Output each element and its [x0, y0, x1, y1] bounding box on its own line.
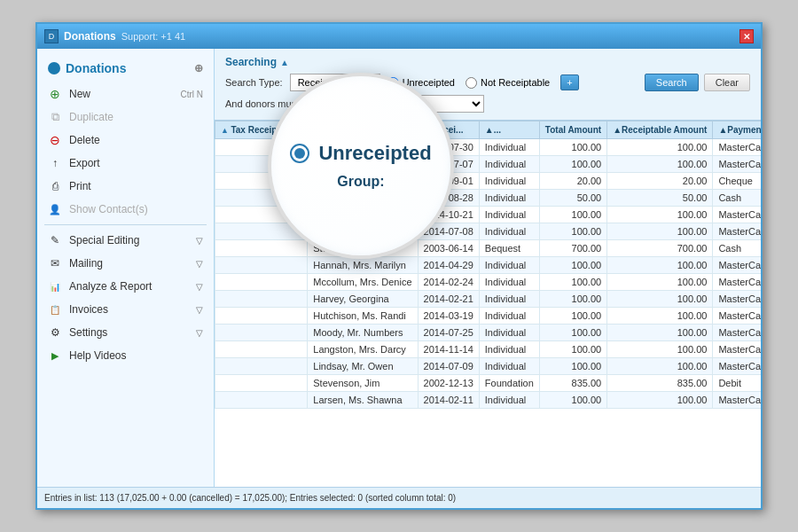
cell-receiptable: 100.00 [607, 139, 713, 156]
sidebar-item-export[interactable]: ↑ Export [37, 152, 214, 175]
magnifier-radio-inner [294, 148, 305, 159]
sidebar: Donations ⊕ ⊕ New Ctrl N ⧉ Duplicate ⊖ D… [37, 49, 215, 487]
arrow-icon-4: ▽ [196, 305, 203, 315]
table-row[interactable]: Mccollum, Mrs. Denice 2014-02-24 Individ… [215, 274, 762, 291]
cell-total-amount: 100.00 [539, 223, 606, 240]
cell-receiptable: 100.00 [607, 325, 713, 341]
cell-tax-receipt [215, 240, 308, 257]
search-button[interactable]: Search [645, 74, 699, 91]
cell-type: Individual [479, 291, 539, 308]
cell-receiptable: 100.00 [607, 257, 713, 274]
table-row[interactable]: Hannah, Mrs. Marilyn 2014-04-29 Individu… [215, 257, 762, 274]
cell-payment-type: MasterCard [713, 291, 761, 308]
table-row[interactable]: Hutchison, Ms. Randi 2014-03-19 Individu… [215, 308, 762, 325]
table-row[interactable]: Larsen, Ms. Shawna 2014-02-11 Individual… [215, 392, 762, 409]
cell-receipt-date: 2014-07-09 [418, 358, 479, 375]
cell-receipt-date: 2014-07-25 [418, 325, 479, 341]
cell-payment-type: Cash [713, 240, 761, 257]
arrow-icon-5: ▽ [196, 328, 203, 338]
app-icon: D [44, 29, 59, 43]
cell-receipt-date: 2014-02-24 [418, 274, 479, 291]
search-buttons: Search Clear [645, 74, 750, 91]
cell-donor-name: Mccollum, Mrs. Denice [308, 274, 418, 291]
title-bar-left: D Donations Support: +1 41 [44, 29, 185, 43]
cell-receiptable: 100.00 [607, 207, 713, 223]
clear-button[interactable]: Clear [704, 74, 750, 91]
cell-total-amount: 100.00 [539, 274, 606, 291]
cell-type: Individual [479, 257, 539, 274]
table-row[interactable]: Stevenson, Jim 2003-06-14 Bequest 700.00… [215, 240, 762, 257]
sidebar-item-special-editing[interactable]: ✎ Special Editing ▽ [37, 229, 214, 252]
sidebar-item-help-videos[interactable]: ▶ Help Videos [37, 344, 214, 367]
cell-receiptable: 50.00 [607, 190, 713, 207]
delete-icon: ⊖ [48, 133, 62, 147]
cell-type: Individual [479, 358, 539, 375]
sidebar-item-mailing[interactable]: ✉ Mailing ▽ [37, 252, 214, 275]
cell-type: Bequest [479, 240, 539, 257]
col-receiptable[interactable]: ▲Receiptable Amount [607, 121, 713, 139]
cell-total-amount: 100.00 [539, 341, 606, 358]
cell-total-amount: 100.00 [539, 325, 606, 341]
radio-not-receiptable-input[interactable] [466, 77, 477, 89]
help-videos-icon: ▶ [48, 348, 62, 363]
magnifier-label: Unreceipted [318, 142, 431, 165]
arrow-icon-3: ▽ [196, 282, 203, 292]
magnifier-radio-circle [290, 144, 309, 163]
cell-payment-type: MasterCard [713, 139, 761, 156]
cell-total-amount: 20.00 [539, 173, 606, 190]
sidebar-item-duplicate: ⧉ Duplicate [37, 106, 214, 129]
arrow-icon: ▽ [196, 236, 203, 246]
cell-donor-name: Langston, Mrs. Darcy [308, 341, 418, 358]
cell-tax-receipt [215, 375, 308, 392]
col-total-amount[interactable]: Total Amount [539, 121, 606, 139]
cell-receiptable: 100.00 [607, 308, 713, 325]
cell-type: Individual [479, 156, 539, 173]
cell-tax-receipt [215, 257, 308, 274]
cell-type: Individual [479, 223, 539, 240]
col-payment-type[interactable]: ▲Payment Type Name [713, 121, 761, 139]
cell-receiptable: 100.00 [607, 274, 713, 291]
table-row[interactable]: Stevenson, Jim 2002-12-13 Foundation 835… [215, 375, 762, 392]
sidebar-item-new[interactable]: ⊕ New Ctrl N [37, 82, 214, 106]
sidebar-item-delete[interactable]: ⊖ Delete [37, 129, 214, 152]
cell-donor-name: Hutchison, Ms. Randi [308, 308, 418, 325]
sidebar-item-print[interactable]: ⎙ Print [37, 175, 214, 198]
cell-type: Individual [479, 392, 539, 409]
table-row[interactable]: Harvey, Georgina 2014-02-21 Individual 1… [215, 291, 762, 308]
status-text: Entries in list: 113 (17,025.00 + 0.00 (… [44, 493, 456, 503]
sidebar-title: Donations ⊕ [37, 56, 214, 82]
close-button[interactable]: ✕ [739, 29, 754, 43]
cell-payment-type: MasterCard [713, 257, 761, 274]
cell-type: Foundation [479, 375, 539, 392]
cell-payment-type: Cash [713, 190, 761, 207]
cell-payment-type: MasterCard [713, 358, 761, 375]
table-row[interactable]: Moody, Mr. Numbers 2014-07-25 Individual… [215, 325, 762, 341]
invoices-icon: 📋 [48, 302, 62, 317]
main-window: D Donations Support: +1 41 ✕ Donations ⊕… [35, 22, 763, 510]
contacts-icon: 👤 [48, 202, 62, 216]
sidebar-item-analyze[interactable]: 📊 Analyze & Report ▽ [37, 275, 214, 298]
table-row[interactable]: Langston, Mrs. Darcy 2014-11-14 Individu… [215, 341, 762, 358]
cell-receiptable: 100.00 [607, 392, 713, 409]
cell-payment-type: Cheque [713, 173, 761, 190]
cell-receiptable: 100.00 [607, 223, 713, 240]
sidebar-item-invoices[interactable]: 📋 Invoices ▽ [37, 298, 214, 321]
search-type-row: Search Type: Receipt Status Unreceipted … [225, 74, 750, 91]
cell-tax-receipt [215, 341, 308, 358]
table-row[interactable]: Lindsay, Mr. Owen 2014-07-09 Individual … [215, 358, 762, 375]
cell-donor-name: Harvey, Georgina [308, 291, 418, 308]
col-type[interactable]: ▲... [479, 121, 539, 139]
export-icon: ↑ [48, 156, 62, 170]
cell-total-amount: 100.00 [539, 358, 606, 375]
cell-total-amount: 100.00 [539, 139, 606, 156]
sidebar-config-icon[interactable]: ⊕ [194, 62, 203, 74]
cell-tax-receipt [215, 392, 308, 409]
cell-receiptable: 20.00 [607, 173, 713, 190]
cell-receiptable: 100.00 [607, 341, 713, 358]
radio-not-receiptable[interactable]: Not Receiptable [466, 77, 550, 89]
plus-button[interactable]: + [560, 74, 578, 90]
cell-receiptable: 100.00 [607, 291, 713, 308]
cell-donor-name: Lindsay, Mr. Owen [308, 358, 418, 375]
sidebar-item-show-contacts: 👤 Show Contact(s) [37, 198, 214, 221]
sidebar-item-settings[interactable]: ⚙ Settings ▽ [37, 321, 214, 344]
